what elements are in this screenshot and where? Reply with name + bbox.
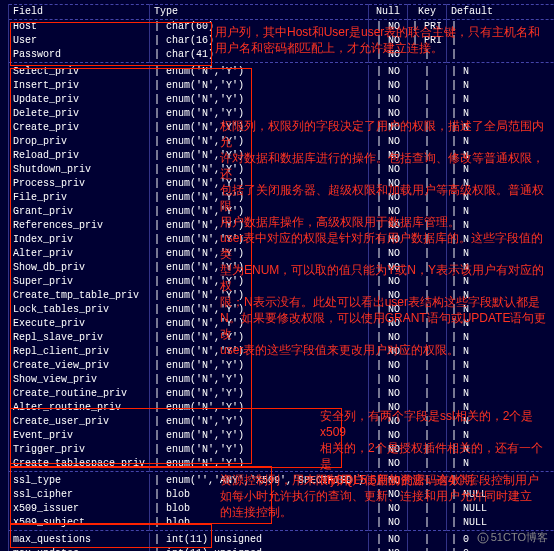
cell-field: Event_priv bbox=[9, 429, 150, 443]
cell-null: | NO bbox=[369, 65, 408, 79]
cell-null: | NO bbox=[369, 191, 408, 205]
cell-type: | enum('N','Y') bbox=[150, 387, 369, 401]
cell-key: | bbox=[408, 48, 447, 63]
table-row: Lock_tables_priv| enum('N','Y')| NO| | N… bbox=[9, 303, 555, 317]
cell-field: Create_priv bbox=[9, 121, 150, 135]
cell-def: | N bbox=[447, 373, 554, 387]
cell-null: | NO bbox=[369, 289, 408, 303]
cell-key: | bbox=[408, 233, 447, 247]
cell-def: | N bbox=[447, 107, 554, 121]
cell-field: Execute_priv bbox=[9, 317, 150, 331]
cell-null: | NO bbox=[369, 261, 408, 275]
cell-null: | NO bbox=[369, 387, 408, 401]
cell-type: | enum('N','Y') bbox=[150, 191, 369, 205]
cell-null: | NO bbox=[369, 457, 408, 472]
table-row: x509_issuer| blob| NO| | NULL| bbox=[9, 502, 555, 516]
cell-key: | bbox=[408, 219, 447, 233]
cell-null: | NO bbox=[369, 135, 408, 149]
cell-key: | PRI bbox=[408, 20, 447, 35]
table-row: Repl_slave_priv| enum('N','Y')| NO| | N| bbox=[9, 331, 555, 345]
table-row: Show_view_priv| enum('N','Y')| NO| | N| bbox=[9, 373, 555, 387]
cell-null: | NO bbox=[369, 219, 408, 233]
cell-def: | N bbox=[447, 205, 554, 219]
cell-type: | enum('N','Y') bbox=[150, 93, 369, 107]
cell-type: | char(41) bbox=[150, 48, 369, 63]
table-row: Insert_priv| enum('N','Y')| NO| | N| bbox=[9, 79, 555, 93]
table-row: Update_priv| enum('N','Y')| NO| | N| bbox=[9, 93, 555, 107]
cell-null: | NO bbox=[369, 93, 408, 107]
cell-type: | enum('N','Y') bbox=[150, 443, 369, 457]
cell-null: | NO bbox=[369, 533, 408, 547]
cell-null: | NO bbox=[369, 107, 408, 121]
cell-field: Drop_priv bbox=[9, 135, 150, 149]
cell-type: | enum('N','Y') bbox=[150, 415, 369, 429]
cell-def: | NULL bbox=[447, 488, 554, 502]
table-row: Host| char(60)| NO| PRI| | bbox=[9, 20, 555, 35]
cell-type: | enum('N','Y') bbox=[150, 401, 369, 415]
cell-type: | enum('N','Y') bbox=[150, 289, 369, 303]
table-row: Execute_priv| enum('N','Y')| NO| | N| bbox=[9, 317, 555, 331]
cell-field: Trigger_priv bbox=[9, 443, 150, 457]
cell-field: References_priv bbox=[9, 219, 150, 233]
cell-field: ssl_cipher bbox=[9, 488, 150, 502]
cell-key: | bbox=[408, 373, 447, 387]
cell-def: | N bbox=[447, 275, 554, 289]
cell-type: | blob bbox=[150, 502, 369, 516]
cell-type: | blob bbox=[150, 488, 369, 502]
cell-null: | NO bbox=[369, 359, 408, 373]
cell-def: | bbox=[447, 20, 554, 35]
cell-key: | bbox=[408, 457, 447, 472]
cell-field: Host bbox=[9, 20, 150, 35]
cell-def: | bbox=[447, 34, 554, 48]
table-row: Create_user_priv| enum('N','Y')| NO| | N… bbox=[9, 415, 555, 429]
cell-null: | NO bbox=[369, 149, 408, 163]
table-row: x509_subject| blob| NO| | NULL| bbox=[9, 516, 555, 531]
cell-type: | enum('N','Y') bbox=[150, 233, 369, 247]
cell-null: | NO bbox=[369, 247, 408, 261]
cell-def: | N bbox=[447, 303, 554, 317]
table-row: max_updates| int(11) unsigned| NO| | 0| bbox=[9, 547, 555, 551]
cell-type: | enum('N','Y') bbox=[150, 205, 369, 219]
cell-field: x509_subject bbox=[9, 516, 150, 531]
table-row: Drop_priv| enum('N','Y')| NO| | N| bbox=[9, 135, 555, 149]
hdr-field: Field bbox=[9, 5, 150, 20]
cell-type: | enum('N','Y') bbox=[150, 429, 369, 443]
cell-def: | N bbox=[447, 261, 554, 275]
cell-null: | NO bbox=[369, 34, 408, 48]
cell-key: | bbox=[408, 401, 447, 415]
cell-type: | enum('N','Y') bbox=[150, 275, 369, 289]
cell-type: | char(16) bbox=[150, 34, 369, 48]
cell-type: | enum('N','Y') bbox=[150, 345, 369, 359]
cell-def: | N bbox=[447, 177, 554, 191]
table-row: ssl_type| enum('','ANY','X509','SPECIFIE… bbox=[9, 474, 555, 488]
table-row: Delete_priv| enum('N','Y')| NO| | N| bbox=[9, 107, 555, 121]
cell-def: | N bbox=[447, 443, 554, 457]
cell-null: | NO bbox=[369, 177, 408, 191]
cell-field: Show_db_priv bbox=[9, 261, 150, 275]
cell-type: | enum('N','Y') bbox=[150, 149, 369, 163]
cell-def: | N bbox=[447, 121, 554, 135]
cell-field: Shutdown_priv bbox=[9, 163, 150, 177]
cell-key: | bbox=[408, 121, 447, 135]
cell-type: | enum('','ANY','X509','SPECIFIED') bbox=[150, 474, 369, 488]
cell-field: Create_tmp_table_priv bbox=[9, 289, 150, 303]
table-row: Alter_priv| enum('N','Y')| NO| | N| bbox=[9, 247, 555, 261]
table-row: ssl_cipher| blob| NO| | NULL| bbox=[9, 488, 555, 502]
table-row: Trigger_priv| enum('N','Y')| NO| | N| bbox=[9, 443, 555, 457]
table-header: Field Type Null Key Default Extra bbox=[9, 5, 555, 20]
cell-field: Create_view_priv bbox=[9, 359, 150, 373]
cell-null: | NO bbox=[369, 516, 408, 531]
cell-def: | N bbox=[447, 457, 554, 472]
cell-type: | enum('N','Y') bbox=[150, 373, 369, 387]
cell-null: | NO bbox=[369, 345, 408, 359]
hdr-key: Key bbox=[408, 5, 447, 20]
cell-def: | N bbox=[447, 429, 554, 443]
cell-key: | bbox=[408, 533, 447, 547]
cell-def: | N bbox=[447, 401, 554, 415]
cell-key: | bbox=[408, 443, 447, 457]
cell-type: | enum('N','Y') bbox=[150, 303, 369, 317]
cell-type: | enum('N','Y') bbox=[150, 247, 369, 261]
cell-null: | NO bbox=[369, 429, 408, 443]
cell-null: | NO bbox=[369, 205, 408, 219]
mysql-user-table: Field Type Null Key Default Extra Host| … bbox=[8, 4, 554, 551]
